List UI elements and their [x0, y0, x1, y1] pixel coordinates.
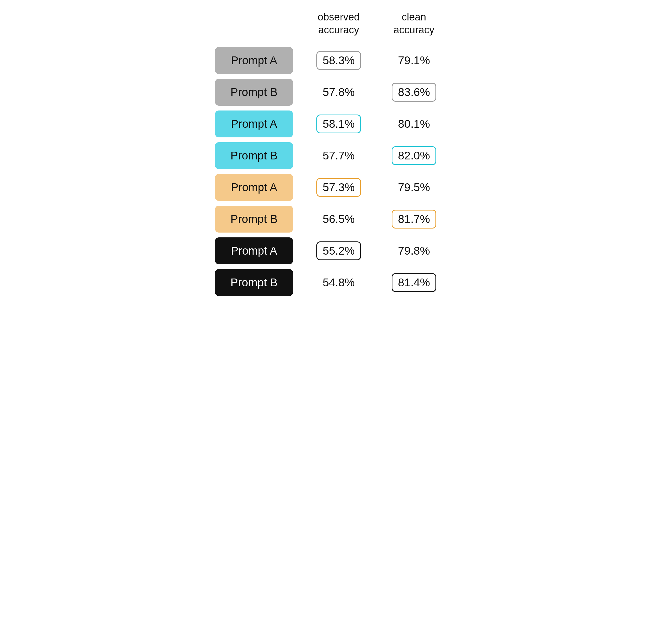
data-row-cyan-b: Prompt B57.7%82.0%	[215, 142, 457, 169]
prompt-badge-orange-b: Prompt B	[215, 206, 293, 233]
observed-col-black-a: 55.2%	[301, 241, 376, 260]
data-row-orange-b: Prompt B56.5%81.7%	[215, 206, 457, 233]
observed-col-black-b: 54.8%	[301, 276, 376, 289]
header-clean-text: clean accuracy	[376, 11, 452, 36]
clean-value-black-b: 81.4%	[392, 273, 436, 292]
observed-value-gray-b: 57.8%	[322, 86, 355, 98]
observed-col-cyan-a: 58.1%	[301, 115, 376, 133]
prompt-badge-gray-b: Prompt B	[215, 79, 293, 106]
data-row-gray-a: Prompt A58.3%79.1%	[215, 47, 457, 74]
observed-col-gray-b: 57.8%	[301, 86, 376, 99]
prompt-badge-cyan-b: Prompt B	[215, 142, 293, 169]
clean-col-cyan-b: 82.0%	[376, 146, 452, 165]
clean-value-cyan-b: 82.0%	[392, 146, 436, 165]
clean-value-orange-a: 79.5%	[398, 181, 430, 193]
clean-value-black-a: 79.8%	[398, 244, 430, 257]
data-row-cyan-a: Prompt A58.1%80.1%	[215, 111, 457, 137]
clean-value-orange-b: 81.7%	[392, 210, 436, 229]
observed-value-cyan-b: 57.7%	[322, 149, 355, 162]
observed-value-cyan-a: 58.1%	[316, 115, 361, 133]
prompt-badge-cyan-a: Prompt A	[215, 111, 293, 137]
header-observed: observed accuracy	[301, 11, 376, 36]
prompt-badge-gray-a: Prompt A	[215, 47, 293, 74]
rows-container: Prompt A58.3%79.1%Prompt B57.8%83.6%Prom…	[215, 47, 457, 296]
prompt-badge-black-b: Prompt B	[215, 269, 293, 296]
prompt-badge-orange-a: Prompt A	[215, 174, 293, 201]
data-row-gray-b: Prompt B57.8%83.6%	[215, 79, 457, 106]
observed-col-gray-a: 58.3%	[301, 51, 376, 70]
clean-col-cyan-a: 80.1%	[376, 117, 452, 131]
data-row-black-b: Prompt B54.8%81.4%	[215, 269, 457, 296]
data-row-orange-a: Prompt A57.3%79.5%	[215, 174, 457, 201]
clean-value-cyan-a: 80.1%	[398, 117, 430, 130]
observed-value-gray-a: 58.3%	[316, 51, 361, 70]
header-row: observed accuracy clean accuracy	[215, 11, 457, 39]
clean-value-gray-b: 83.6%	[392, 83, 436, 102]
observed-col-orange-b: 56.5%	[301, 213, 376, 226]
observed-value-orange-b: 56.5%	[322, 213, 355, 225]
data-row-black-a: Prompt A55.2%79.8%	[215, 237, 457, 264]
clean-col-black-b: 81.4%	[376, 273, 452, 292]
clean-col-orange-b: 81.7%	[376, 210, 452, 229]
header-observed-text: observed accuracy	[301, 11, 376, 36]
clean-col-gray-b: 83.6%	[376, 83, 452, 102]
clean-col-gray-a: 79.1%	[376, 54, 452, 67]
main-container: observed accuracy clean accuracy Prompt …	[215, 11, 457, 301]
clean-col-orange-a: 79.5%	[376, 181, 452, 194]
prompt-badge-black-a: Prompt A	[215, 237, 293, 264]
clean-value-gray-a: 79.1%	[398, 54, 430, 67]
observed-value-orange-a: 57.3%	[316, 178, 361, 197]
observed-col-orange-a: 57.3%	[301, 178, 376, 197]
observed-col-cyan-b: 57.7%	[301, 149, 376, 162]
header-clean: clean accuracy	[376, 11, 452, 36]
clean-col-black-a: 79.8%	[376, 244, 452, 257]
observed-value-black-a: 55.2%	[316, 241, 361, 260]
observed-value-black-b: 54.8%	[322, 276, 355, 289]
